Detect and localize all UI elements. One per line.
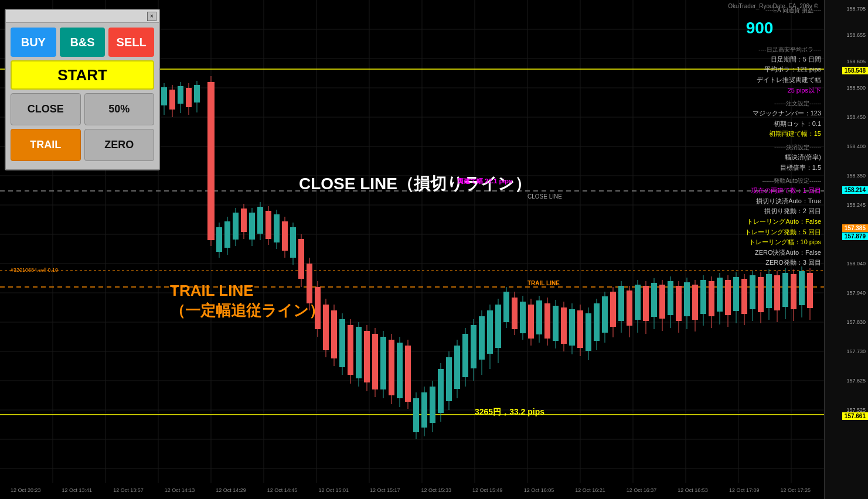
svg-rect-132 xyxy=(430,387,435,423)
svg-rect-202 xyxy=(717,278,723,312)
info-panel: ----EA 同通貨 損益---- 900 ----日足高安平均ボラ---- 日… xyxy=(698,6,821,272)
close-line-text-label: CLOSE LINE xyxy=(527,193,562,200)
svg-rect-82 xyxy=(224,221,230,248)
trail-zero-row: TRAIL ZERO xyxy=(11,129,154,161)
badge-157661: 157.661 xyxy=(842,412,868,420)
svg-rect-126 xyxy=(405,346,411,402)
daily-period: 日足期間：5 日間 xyxy=(698,54,821,65)
time-label-11: 12 Oct 16:21 xyxy=(575,487,605,493)
close-button[interactable]: CLOSE xyxy=(11,93,81,125)
badge-157879: 157.879 xyxy=(842,233,868,240)
sell-button[interactable]: SELL xyxy=(108,28,154,57)
time-axis: 12 Oct 20:23 12 Oct 13:41 12 Oct 13:57 1… xyxy=(0,484,821,496)
buy-button[interactable]: BUY xyxy=(11,28,56,57)
svg-rect-218 xyxy=(782,273,788,307)
svg-rect-158 xyxy=(536,300,542,334)
svg-rect-76 xyxy=(194,85,200,102)
svg-rect-160 xyxy=(544,303,550,339)
svg-rect-100 xyxy=(298,239,304,279)
fifty-percent-button[interactable]: 50% xyxy=(84,93,155,125)
svg-rect-138 xyxy=(454,346,460,389)
svg-rect-172 xyxy=(594,303,600,341)
price-158245: 158.245 xyxy=(846,202,866,208)
loss-cut-auto: 損切り決済Auto：True xyxy=(698,196,821,207)
target-multiplier: 目標倍率：1.5 xyxy=(698,163,821,173)
svg-rect-174 xyxy=(602,296,608,333)
svg-rect-210 xyxy=(750,275,755,309)
price-158450: 158.450 xyxy=(846,114,866,120)
price-157730: 157.730 xyxy=(846,348,866,354)
svg-rect-112 xyxy=(348,325,353,375)
current-ryodate: 現在の両建て数：1 回目 xyxy=(698,186,821,196)
close-fifty-row: CLOSE 50% xyxy=(11,93,154,125)
time-label-7: 12 Oct 15:17 xyxy=(370,487,400,493)
daily-bola-divider: ----日足高安平均ボラ---- xyxy=(698,45,821,54)
svg-rect-116 xyxy=(364,331,370,382)
svg-rect-78 xyxy=(207,82,215,240)
svg-rect-190 xyxy=(668,281,673,315)
panel-body: BUY B&S SELL START CLOSE 50% TRAIL ZERO xyxy=(6,23,159,169)
time-label-3: 12 Oct 14:13 xyxy=(165,487,195,493)
time-label-15: 12 Oct 17:25 xyxy=(780,487,811,493)
price-157830: 157.830 xyxy=(846,319,866,325)
start-button[interactable]: START xyxy=(11,60,154,90)
svg-rect-152 xyxy=(512,298,518,329)
svg-rect-208 xyxy=(741,279,747,314)
svg-rect-108 xyxy=(331,310,337,358)
svg-rect-198 xyxy=(700,280,706,314)
svg-rect-180 xyxy=(627,290,632,326)
daily-bola-section: ----日足高安平均ボラ---- 日足期間：5 日間 平均ボラ：121 pips… xyxy=(698,45,821,95)
svg-rect-200 xyxy=(709,281,714,316)
range-pips: 25 pips以下 xyxy=(698,86,821,96)
pips-profit-label: 3265円，33.2 pips xyxy=(475,407,544,418)
svg-rect-118 xyxy=(372,334,378,389)
svg-rect-86 xyxy=(241,209,247,232)
bs-button[interactable]: B&S xyxy=(60,28,105,57)
svg-rect-212 xyxy=(758,277,764,312)
svg-rect-170 xyxy=(586,313,591,351)
price-158500: 158.500 xyxy=(846,85,866,91)
svg-rect-150 xyxy=(503,292,509,322)
time-label-9: 12 Oct 15:49 xyxy=(472,487,503,493)
profit-value: 900 xyxy=(698,15,821,42)
zero-button[interactable]: ZERO xyxy=(84,129,155,161)
price-158655: 158.655 xyxy=(846,32,866,38)
panel-window-close-button[interactable]: × xyxy=(147,12,156,21)
avg-bola: 平均ボラ：121 pips xyxy=(698,64,821,75)
svg-rect-90 xyxy=(257,207,263,234)
time-label-5: 12 Oct 14:45 xyxy=(267,487,298,493)
trail-line-annotation: TRAIL LINE （一定幅追従ライン） xyxy=(170,281,324,321)
settlement-section: ------決済設定------ 幅決済(倍率) 目標倍率：1.5 xyxy=(698,143,821,173)
trail-button[interactable]: TRAIL xyxy=(11,129,81,161)
settlement-divider: ------決済設定------ xyxy=(698,143,821,152)
price-158350: 158.350 xyxy=(846,173,866,179)
svg-rect-164 xyxy=(561,307,567,344)
svg-rect-154 xyxy=(520,302,526,333)
close-icon: × xyxy=(150,13,154,19)
svg-rect-186 xyxy=(651,283,657,317)
time-label-8: 12 Oct 15:33 xyxy=(421,487,452,493)
svg-rect-128 xyxy=(413,398,419,432)
order-divider: ------注文設定------ xyxy=(698,99,821,108)
magic-number: マジックナンバー：123 xyxy=(698,108,821,119)
badge-158214: 158.214 xyxy=(842,186,868,194)
ea-profit-section: ----EA 同通貨 損益---- 900 xyxy=(698,6,821,42)
svg-rect-96 xyxy=(282,221,288,251)
price-158040: 158.040 xyxy=(846,261,866,266)
svg-rect-192 xyxy=(676,286,682,321)
svg-rect-216 xyxy=(774,275,780,310)
price-158705: 158.705 xyxy=(846,6,866,12)
zero-trigger: ZERO発動：3 回目 xyxy=(698,258,821,268)
time-label-0: 12 Oct 20:23 xyxy=(11,487,41,493)
svg-rect-188 xyxy=(659,285,665,319)
trail-auto: トレーリングAuto：False xyxy=(698,217,821,227)
svg-rect-70 xyxy=(169,90,175,110)
price-157940: 157.940 xyxy=(846,290,866,296)
svg-rect-168 xyxy=(577,310,583,348)
position-info-label: #32010684.sell 0.10 xyxy=(11,267,58,273)
svg-rect-176 xyxy=(610,292,616,327)
svg-rect-148 xyxy=(495,305,501,348)
price-158400: 158.400 xyxy=(846,143,866,149)
time-label-1: 12 Oct 13:41 xyxy=(62,487,93,493)
svg-rect-196 xyxy=(692,285,698,320)
